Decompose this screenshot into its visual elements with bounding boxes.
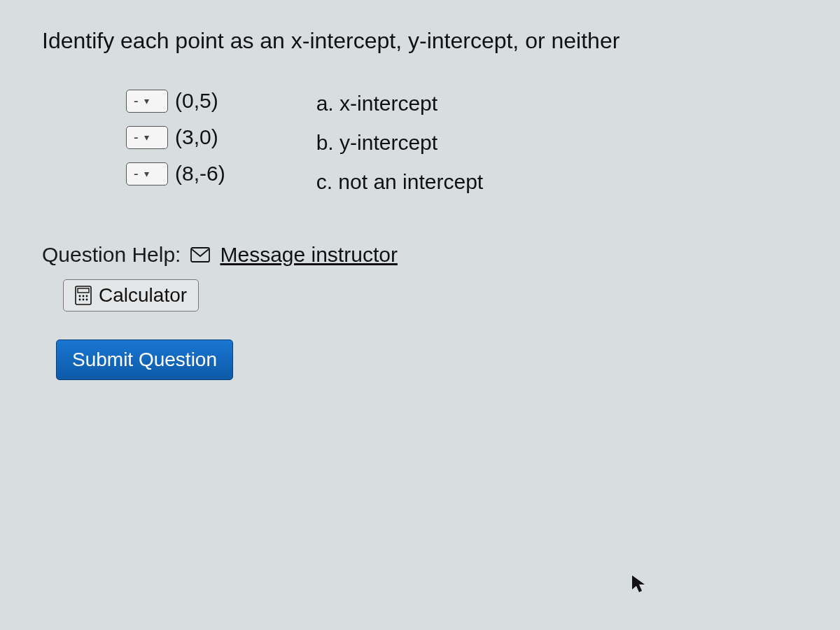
question-help-label: Question Help:	[42, 243, 181, 267]
calculator-icon	[75, 286, 92, 305]
answer-select-1[interactable]: - ▾	[126, 90, 168, 113]
question-help-row: Question Help: Message instructor	[42, 243, 798, 267]
choice-b: b. y-intercept	[316, 131, 483, 155]
calculator-button[interactable]: Calculator	[63, 279, 199, 312]
point-label: (3,0)	[175, 125, 218, 149]
select-value: -	[134, 166, 139, 182]
svg-point-4	[83, 295, 85, 298]
chevron-down-icon: ▾	[144, 132, 149, 143]
select-value: -	[134, 93, 139, 109]
question-prompt: Identify each point as an x-intercept, y…	[42, 28, 798, 54]
match-row: - ▾ (3,0)	[126, 125, 225, 149]
choice-c: c. not an intercept	[316, 170, 483, 194]
select-value: -	[134, 130, 139, 146]
matching-left-column: - ▾ (0,5) - ▾ (3,0) - ▾ (8,-6)	[126, 89, 225, 194]
svg-point-7	[83, 299, 85, 301]
match-row: - ▾ (8,-6)	[126, 162, 225, 186]
choice-a: a. x-intercept	[316, 92, 483, 115]
match-row: - ▾ (0,5)	[126, 89, 225, 113]
matching-container: - ▾ (0,5) - ▾ (3,0) - ▾ (8,-6) a. x-inte…	[126, 89, 798, 194]
message-instructor-link[interactable]: Message instructor	[220, 243, 397, 267]
chevron-down-icon: ▾	[144, 168, 149, 179]
submit-question-button[interactable]: Submit Question	[56, 340, 233, 380]
svg-point-5	[86, 295, 88, 298]
svg-rect-0	[191, 248, 209, 262]
svg-point-3	[79, 295, 81, 298]
svg-rect-2	[78, 288, 89, 293]
matching-right-column: a. x-intercept b. y-intercept c. not an …	[316, 89, 483, 194]
calculator-label: Calculator	[99, 284, 187, 307]
answer-select-2[interactable]: - ▾	[126, 126, 168, 149]
chevron-down-icon: ▾	[144, 95, 149, 106]
cursor-icon	[630, 574, 647, 594]
answer-select-3[interactable]: - ▾	[126, 162, 168, 186]
svg-point-6	[79, 299, 81, 301]
svg-point-8	[86, 299, 88, 301]
point-label: (0,5)	[175, 89, 218, 113]
point-label: (8,-6)	[175, 162, 225, 186]
mail-icon	[190, 247, 210, 262]
